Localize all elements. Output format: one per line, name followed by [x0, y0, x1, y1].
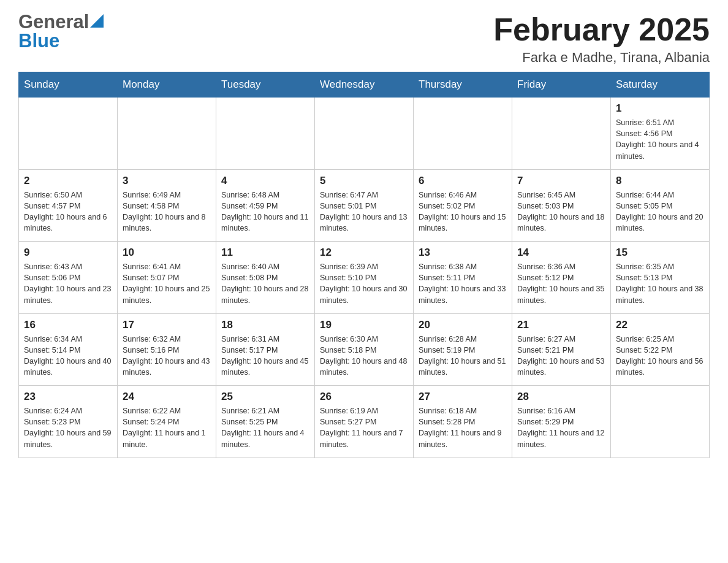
calendar-cell: 19Sunrise: 6:30 AMSunset: 5:18 PMDayligh…	[315, 313, 414, 386]
day-info: Sunrise: 6:39 AMSunset: 5:10 PMDaylight:…	[320, 261, 408, 306]
day-number: 8	[616, 175, 704, 187]
calendar-table: SundayMondayTuesdayWednesdayThursdayFrid…	[18, 72, 710, 458]
weekday-header-thursday: Thursday	[414, 72, 512, 98]
calendar-week-row: 2Sunrise: 6:50 AMSunset: 4:57 PMDaylight…	[19, 169, 710, 242]
day-info: Sunrise: 6:16 AMSunset: 5:29 PMDaylight:…	[517, 405, 605, 450]
calendar-cell: 24Sunrise: 6:22 AMSunset: 5:24 PMDayligh…	[118, 386, 216, 458]
calendar-cell: 8Sunrise: 6:44 AMSunset: 5:05 PMDaylight…	[611, 169, 710, 242]
day-info: Sunrise: 6:30 AMSunset: 5:18 PMDaylight:…	[320, 334, 408, 378]
logo-general-text: General	[18, 12, 89, 31]
calendar-cell: 10Sunrise: 6:41 AMSunset: 5:07 PMDayligh…	[118, 242, 216, 314]
calendar-cell: 6Sunrise: 6:46 AMSunset: 5:02 PMDaylight…	[414, 169, 512, 242]
calendar-cell: 18Sunrise: 6:31 AMSunset: 5:17 PMDayligh…	[216, 313, 315, 386]
day-info: Sunrise: 6:19 AMSunset: 5:27 PMDaylight:…	[320, 405, 408, 450]
day-info: Sunrise: 6:27 AMSunset: 5:21 PMDaylight:…	[517, 334, 605, 378]
calendar-week-row: 23Sunrise: 6:24 AMSunset: 5:23 PMDayligh…	[19, 386, 710, 458]
day-info: Sunrise: 6:50 AMSunset: 4:57 PMDaylight:…	[24, 190, 112, 234]
day-number: 28	[517, 391, 605, 403]
calendar-cell: 9Sunrise: 6:43 AMSunset: 5:06 PMDaylight…	[19, 242, 118, 314]
calendar-cell: 21Sunrise: 6:27 AMSunset: 5:21 PMDayligh…	[512, 313, 611, 386]
calendar-cell	[512, 98, 611, 170]
day-number: 18	[221, 319, 309, 331]
weekday-header-tuesday: Tuesday	[216, 72, 315, 98]
calendar-week-row: 16Sunrise: 6:34 AMSunset: 5:14 PMDayligh…	[19, 313, 710, 386]
logo-triangle-icon	[90, 14, 104, 28]
day-info: Sunrise: 6:47 AMSunset: 5:01 PMDaylight:…	[320, 190, 408, 234]
day-info: Sunrise: 6:18 AMSunset: 5:28 PMDaylight:…	[419, 405, 507, 450]
day-info: Sunrise: 6:36 AMSunset: 5:12 PMDaylight:…	[517, 261, 605, 306]
calendar-cell	[19, 98, 118, 170]
day-info: Sunrise: 6:28 AMSunset: 5:19 PMDaylight:…	[419, 334, 507, 378]
day-number: 15	[616, 247, 704, 259]
calendar-cell: 23Sunrise: 6:24 AMSunset: 5:23 PMDayligh…	[19, 386, 118, 458]
weekday-header-friday: Friday	[512, 72, 611, 98]
day-number: 13	[419, 247, 507, 259]
day-info: Sunrise: 6:44 AMSunset: 5:05 PMDaylight:…	[616, 190, 704, 234]
day-info: Sunrise: 6:31 AMSunset: 5:17 PMDaylight:…	[221, 334, 309, 378]
calendar-cell: 28Sunrise: 6:16 AMSunset: 5:29 PMDayligh…	[512, 386, 611, 458]
calendar-week-row: 9Sunrise: 6:43 AMSunset: 5:06 PMDaylight…	[19, 242, 710, 314]
calendar-cell: 5Sunrise: 6:47 AMSunset: 5:01 PMDaylight…	[315, 169, 414, 242]
day-info: Sunrise: 6:24 AMSunset: 5:23 PMDaylight:…	[24, 405, 112, 450]
calendar-week-row: 1Sunrise: 6:51 AMSunset: 4:56 PMDaylight…	[19, 98, 710, 170]
day-info: Sunrise: 6:21 AMSunset: 5:25 PMDaylight:…	[221, 405, 309, 450]
day-info: Sunrise: 6:51 AMSunset: 4:56 PMDaylight:…	[616, 117, 704, 162]
calendar-cell: 15Sunrise: 6:35 AMSunset: 5:13 PMDayligh…	[611, 242, 710, 314]
svg-marker-0	[90, 14, 104, 28]
calendar-cell: 16Sunrise: 6:34 AMSunset: 5:14 PMDayligh…	[19, 313, 118, 386]
calendar-cell: 7Sunrise: 6:45 AMSunset: 5:03 PMDaylight…	[512, 169, 611, 242]
calendar-cell: 3Sunrise: 6:49 AMSunset: 4:58 PMDaylight…	[118, 169, 216, 242]
calendar-cell: 12Sunrise: 6:39 AMSunset: 5:10 PMDayligh…	[315, 242, 414, 314]
day-number: 6	[419, 175, 507, 187]
logo-blue-text: Blue	[18, 30, 59, 52]
month-year-title: February 2025	[493, 12, 710, 47]
day-number: 17	[123, 319, 211, 331]
weekday-header-monday: Monday	[118, 72, 216, 98]
day-number: 24	[123, 391, 211, 403]
day-number: 16	[24, 319, 112, 331]
day-info: Sunrise: 6:38 AMSunset: 5:11 PMDaylight:…	[419, 261, 507, 306]
calendar-cell: 4Sunrise: 6:48 AMSunset: 4:59 PMDaylight…	[216, 169, 315, 242]
day-info: Sunrise: 6:35 AMSunset: 5:13 PMDaylight:…	[616, 261, 704, 306]
weekday-header-wednesday: Wednesday	[315, 72, 414, 98]
day-number: 2	[24, 175, 112, 187]
calendar-cell: 1Sunrise: 6:51 AMSunset: 4:56 PMDaylight…	[611, 98, 710, 170]
day-number: 1	[616, 102, 704, 115]
weekday-header-row: SundayMondayTuesdayWednesdayThursdayFrid…	[19, 72, 710, 98]
page-header: General Blue February 2025 Farka e Madhe…	[18, 12, 710, 66]
day-number: 12	[320, 247, 408, 259]
calendar-cell: 20Sunrise: 6:28 AMSunset: 5:19 PMDayligh…	[414, 313, 512, 386]
day-number: 5	[320, 175, 408, 187]
calendar-cell	[216, 98, 315, 170]
day-number: 10	[123, 247, 211, 259]
day-number: 26	[320, 391, 408, 403]
day-number: 20	[419, 319, 507, 331]
day-number: 23	[24, 391, 112, 403]
day-number: 21	[517, 319, 605, 331]
calendar-cell: 2Sunrise: 6:50 AMSunset: 4:57 PMDaylight…	[19, 169, 118, 242]
day-number: 3	[123, 175, 211, 187]
calendar-cell: 22Sunrise: 6:25 AMSunset: 5:22 PMDayligh…	[611, 313, 710, 386]
day-number: 22	[616, 319, 704, 331]
calendar-cell: 14Sunrise: 6:36 AMSunset: 5:12 PMDayligh…	[512, 242, 611, 314]
day-info: Sunrise: 6:34 AMSunset: 5:14 PMDaylight:…	[24, 334, 112, 378]
calendar-cell	[118, 98, 216, 170]
calendar-cell	[611, 386, 710, 458]
calendar-cell: 17Sunrise: 6:32 AMSunset: 5:16 PMDayligh…	[118, 313, 216, 386]
day-info: Sunrise: 6:43 AMSunset: 5:06 PMDaylight:…	[24, 261, 112, 306]
day-number: 27	[419, 391, 507, 403]
title-area: February 2025 Farka e Madhe, Tirana, Alb…	[493, 12, 710, 66]
day-info: Sunrise: 6:49 AMSunset: 4:58 PMDaylight:…	[123, 190, 211, 234]
day-info: Sunrise: 6:46 AMSunset: 5:02 PMDaylight:…	[419, 190, 507, 234]
calendar-cell: 13Sunrise: 6:38 AMSunset: 5:11 PMDayligh…	[414, 242, 512, 314]
weekday-header-sunday: Sunday	[19, 72, 118, 98]
calendar-cell	[315, 98, 414, 170]
day-info: Sunrise: 6:25 AMSunset: 5:22 PMDaylight:…	[616, 334, 704, 378]
calendar-cell: 27Sunrise: 6:18 AMSunset: 5:28 PMDayligh…	[414, 386, 512, 458]
day-number: 7	[517, 175, 605, 187]
location-subtitle: Farka e Madhe, Tirana, Albania	[493, 50, 710, 66]
day-number: 14	[517, 247, 605, 259]
day-info: Sunrise: 6:32 AMSunset: 5:16 PMDaylight:…	[123, 334, 211, 378]
day-info: Sunrise: 6:41 AMSunset: 5:07 PMDaylight:…	[123, 261, 211, 306]
day-number: 4	[221, 175, 309, 187]
